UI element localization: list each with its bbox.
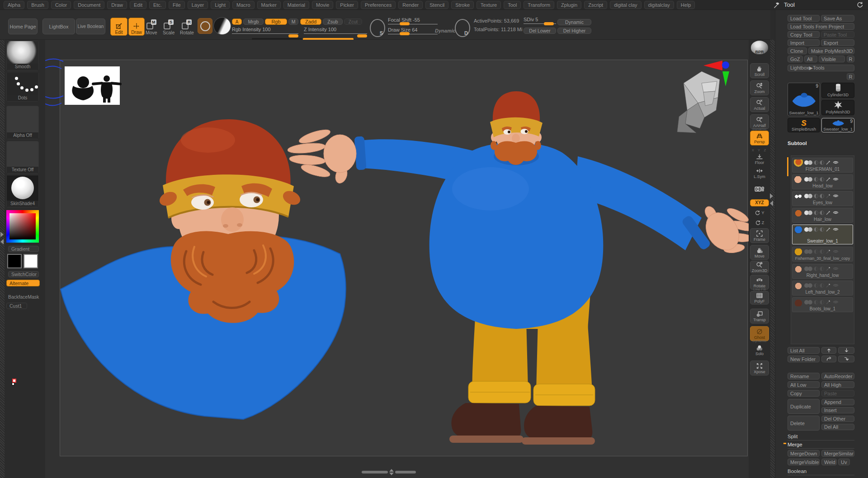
goz-all-button[interactable]: All bbox=[804, 56, 817, 62]
menu-layer[interactable]: Layer bbox=[188, 1, 208, 9]
menu-light[interactable]: Light bbox=[211, 1, 230, 9]
del-other-button[interactable]: Del Other bbox=[821, 416, 854, 422]
m-button[interactable]: M bbox=[288, 19, 298, 25]
xyz-button[interactable]: XYZ bbox=[750, 199, 769, 206]
subtool-item-sweater-low-1-selected[interactable]: Sweater_low_1 bbox=[792, 225, 853, 244]
bpr-button[interactable]: BPR bbox=[751, 41, 768, 54]
new-folder-button[interactable]: New Folder bbox=[788, 356, 820, 362]
ui-toggle[interactable] bbox=[814, 227, 818, 232]
color-sv-square[interactable] bbox=[9, 213, 36, 239]
menu-tool[interactable]: Tool bbox=[504, 1, 521, 9]
eye-icon[interactable] bbox=[833, 282, 839, 288]
stroke-curve-s-icon[interactable]: S bbox=[370, 19, 385, 37]
polypaint-toggle[interactable] bbox=[804, 177, 812, 182]
move-up-button[interactable] bbox=[821, 347, 836, 354]
subtool-item-fisherman30-copy[interactable]: Fisherman_30_final_low_copy bbox=[792, 247, 853, 262]
polypaint-toggle[interactable] bbox=[804, 211, 812, 215]
paint-icon[interactable] bbox=[826, 176, 831, 182]
texture-slot[interactable]: Texture Off bbox=[6, 141, 39, 173]
alternate-button[interactable]: Alternate bbox=[6, 280, 40, 286]
rotate-y-button[interactable]: Y bbox=[750, 208, 769, 217]
eye-icon[interactable] bbox=[833, 159, 839, 165]
load-tool-button[interactable]: Load Tool bbox=[788, 15, 820, 22]
zsub-button[interactable]: Zsub bbox=[323, 19, 343, 25]
goz-r-button[interactable]: R bbox=[847, 56, 854, 62]
subtool-item-fisherman01[interactable]: FISHERMAN_01 bbox=[792, 158, 853, 173]
split-section-header[interactable]: Split bbox=[788, 434, 854, 441]
material-slot[interactable]: SkinShade4 bbox=[6, 175, 39, 207]
menu-color[interactable]: Color bbox=[51, 1, 71, 9]
menu-zplugin[interactable]: Zplugin bbox=[557, 1, 581, 9]
cust1-button[interactable]: Cust1 bbox=[6, 303, 27, 309]
eye-icon[interactable] bbox=[833, 226, 839, 232]
zoom3d-button[interactable]: Zoom3D bbox=[750, 261, 769, 273]
canvas-scrollbar[interactable] bbox=[362, 469, 416, 475]
ui-toggle[interactable] bbox=[820, 160, 824, 165]
dynamic-size-d-icon[interactable]: D bbox=[455, 19, 470, 37]
draw-size-handle[interactable] bbox=[400, 32, 410, 35]
polypaint-toggle[interactable] bbox=[804, 249, 812, 254]
list-all-button[interactable]: List All bbox=[788, 347, 820, 354]
ui-toggle[interactable] bbox=[814, 283, 818, 288]
move-down-button[interactable] bbox=[838, 347, 854, 354]
ui-toggle[interactable] bbox=[820, 177, 824, 182]
goz-button[interactable]: GoZ bbox=[788, 56, 803, 62]
goz-visible-button[interactable]: Visible bbox=[819, 56, 845, 62]
copy-subtool-button[interactable]: Copy bbox=[788, 390, 820, 397]
frame-button[interactable]: Frame bbox=[750, 228, 769, 243]
paint-icon[interactable] bbox=[826, 193, 831, 199]
eye-icon[interactable] bbox=[833, 248, 839, 254]
delete-button[interactable]: Delete bbox=[788, 416, 820, 431]
draw-button[interactable]: Draw bbox=[128, 18, 145, 36]
rotate-button[interactable]: R Rotate bbox=[180, 19, 194, 35]
dynamic-subdiv-button[interactable]: Dynamic bbox=[557, 19, 591, 25]
ui-toggle[interactable] bbox=[820, 300, 824, 305]
export-button[interactable]: Export bbox=[821, 39, 854, 46]
all-high-button[interactable]: All High bbox=[821, 381, 854, 388]
transp-button[interactable]: Transp bbox=[750, 309, 769, 323]
main-color-swatch[interactable] bbox=[7, 254, 22, 268]
secondary-color-swatch[interactable] bbox=[24, 254, 38, 268]
boolean-section-header[interactable]: Boolean bbox=[788, 469, 854, 475]
polypaint-toggle[interactable] bbox=[804, 160, 812, 165]
rotate-z-button[interactable]: Z bbox=[750, 218, 769, 227]
lightbox-button[interactable]: LightBox bbox=[42, 19, 75, 34]
eye-icon[interactable] bbox=[833, 266, 839, 272]
menu-stencil[interactable]: Stencil bbox=[425, 1, 448, 9]
paint-icon[interactable] bbox=[826, 210, 831, 216]
subtool-item-eyes-low[interactable]: Eyes_low bbox=[792, 191, 853, 206]
floor-button[interactable]: Floor bbox=[750, 153, 769, 165]
tool-r-button[interactable]: R bbox=[847, 73, 854, 80]
polypaint-toggle[interactable] bbox=[804, 267, 812, 271]
lock-camera-button[interactable] bbox=[750, 181, 769, 196]
subtool-item-hair-low[interactable]: Hair_low bbox=[792, 208, 853, 223]
ui-toggle[interactable] bbox=[814, 160, 818, 165]
rgb-intensity-handle[interactable] bbox=[288, 34, 298, 37]
eye-icon[interactable] bbox=[833, 193, 839, 199]
stroke-dots-slot[interactable]: Dots bbox=[6, 72, 39, 102]
all-low-button[interactable]: All Low bbox=[788, 381, 820, 388]
menu-movie[interactable]: Movie bbox=[312, 1, 333, 9]
subtool-item-right-hand-low[interactable]: Right_hand_low bbox=[792, 264, 853, 279]
subtool-item-boots-low-1[interactable]: Boots_low_1 bbox=[792, 297, 853, 312]
menu-macro[interactable]: Macro bbox=[232, 1, 255, 9]
zadd-button[interactable]: Zadd bbox=[300, 19, 321, 25]
menu-material[interactable]: Material bbox=[283, 1, 309, 9]
menu-zscript[interactable]: Zscript bbox=[584, 1, 607, 9]
menu-stroke[interactable]: Stroke bbox=[451, 1, 474, 9]
merge-section-header[interactable]: Merge bbox=[788, 442, 854, 449]
move-canvas-button[interactable]: Move bbox=[750, 245, 769, 260]
del-all-button[interactable]: Del All bbox=[821, 424, 854, 430]
polypaint-toggle[interactable] bbox=[804, 283, 812, 288]
recent-tool-thumbnail[interactable]: 9 Sweater_low_1 bbox=[821, 118, 854, 132]
uv-button[interactable]: Uv bbox=[838, 459, 850, 465]
mergedown-button[interactable]: MergeDown bbox=[788, 450, 820, 457]
weld-button[interactable]: Weld bbox=[821, 459, 837, 465]
ui-toggle[interactable] bbox=[814, 177, 818, 182]
move-to-bottom-button[interactable] bbox=[838, 356, 854, 362]
paint-icon[interactable] bbox=[826, 266, 831, 272]
left-tray-scrollbar[interactable] bbox=[0, 40, 5, 478]
eye-icon[interactable] bbox=[833, 176, 839, 182]
zoom-button[interactable]: Zoom bbox=[750, 80, 769, 95]
live-boolean-button[interactable]: Live Boolean bbox=[76, 19, 105, 34]
